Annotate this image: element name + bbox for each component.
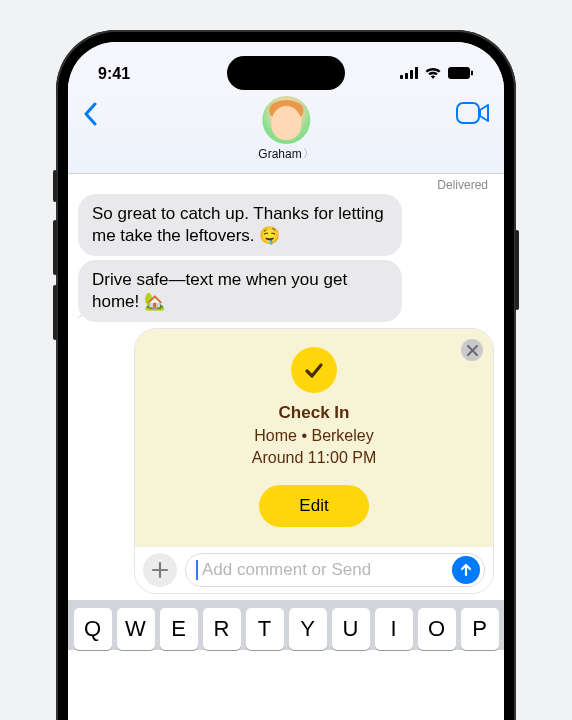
delivered-label: Delivered — [78, 178, 494, 192]
key-q[interactable]: Q — [74, 608, 112, 650]
checkin-card[interactable]: Check In Home • Berkeley Around 11:00 PM… — [135, 329, 493, 546]
contact-info[interactable]: Graham 〉 — [258, 96, 313, 161]
dynamic-island — [227, 56, 345, 90]
close-button[interactable] — [461, 339, 483, 361]
checkmark-icon — [291, 347, 337, 393]
avatar — [262, 96, 310, 144]
keyboard[interactable]: QWERTYUIOP — [68, 600, 504, 650]
message-thread[interactable]: Delivered So great to catch up. Thanks f… — [68, 174, 504, 600]
wifi-icon — [424, 65, 442, 83]
checkin-time: Around 11:00 PM — [153, 447, 475, 469]
cellular-icon — [400, 65, 418, 83]
key-u[interactable]: U — [332, 608, 370, 650]
key-e[interactable]: E — [160, 608, 198, 650]
message-input[interactable]: Add comment or Send — [185, 553, 485, 587]
conversation-header: Graham 〉 — [68, 96, 504, 174]
send-button[interactable] — [452, 556, 480, 584]
svg-rect-4 — [448, 67, 470, 79]
key-y[interactable]: Y — [289, 608, 327, 650]
svg-rect-5 — [471, 71, 473, 76]
key-w[interactable]: W — [117, 608, 155, 650]
key-t[interactable]: T — [246, 608, 284, 650]
key-o[interactable]: O — [418, 608, 456, 650]
message-bubble[interactable]: Drive safe—text me when you get home! 🏡 — [78, 260, 402, 322]
key-p[interactable]: P — [461, 608, 499, 650]
key-i[interactable]: I — [375, 608, 413, 650]
status-time: 9:41 — [98, 65, 130, 83]
power-button — [515, 230, 519, 310]
svg-rect-1 — [405, 73, 408, 79]
facetime-button[interactable] — [456, 98, 490, 128]
side-button — [53, 170, 57, 202]
key-r[interactable]: R — [203, 608, 241, 650]
chevron-right-icon: 〉 — [303, 146, 314, 161]
volume-up-button — [53, 220, 57, 275]
volume-down-button — [53, 285, 57, 340]
plus-button[interactable] — [143, 553, 177, 587]
battery-icon — [448, 65, 474, 83]
phone-frame: 9:41 — [56, 30, 516, 720]
message-input-row: Add comment or Send — [135, 547, 493, 593]
svg-rect-2 — [410, 70, 413, 79]
input-placeholder: Add comment or Send — [202, 560, 371, 580]
back-button[interactable] — [82, 98, 98, 130]
contact-name-label: Graham — [258, 147, 301, 161]
text-cursor — [196, 560, 198, 580]
screen: 9:41 — [68, 42, 504, 720]
checkin-card-wrap: Check In Home • Berkeley Around 11:00 PM… — [134, 328, 494, 593]
svg-rect-6 — [457, 103, 479, 123]
checkin-location: Home • Berkeley — [153, 425, 475, 447]
svg-rect-3 — [415, 67, 418, 79]
checkin-title: Check In — [153, 403, 475, 423]
edit-button[interactable]: Edit — [259, 485, 368, 527]
message-bubble[interactable]: So great to catch up. Thanks for letting… — [78, 194, 402, 256]
svg-rect-0 — [400, 75, 403, 79]
